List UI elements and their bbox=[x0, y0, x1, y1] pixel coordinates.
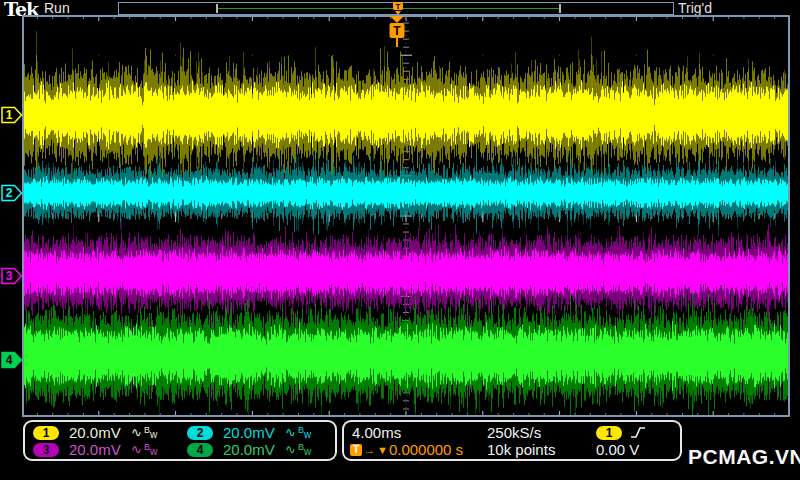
trigger-level-readout: 0.00 V bbox=[596, 441, 639, 458]
channel-3-scale: 20.0mV bbox=[69, 441, 131, 458]
channel-4-scale: 20.0mV bbox=[223, 441, 285, 458]
trigger-source-badge[interactable]: 1 bbox=[596, 426, 622, 440]
trigger-position-flag[interactable]: T bbox=[386, 16, 408, 48]
trigger-status: Trig'd bbox=[678, 0, 712, 16]
channel-3-badge[interactable]: 3 bbox=[33, 443, 59, 457]
channel-2-scale: 20.0mV bbox=[223, 424, 285, 441]
channel-4-badge[interactable]: 4 bbox=[187, 443, 213, 457]
trigger-t-icon: T bbox=[350, 444, 362, 456]
record-length-readout: 10k points bbox=[487, 441, 555, 458]
channel-1-scale: 20.0mV bbox=[69, 424, 131, 441]
ac-coupling-icon: ∿ bbox=[131, 442, 142, 457]
channel-2-badge[interactable]: 2 bbox=[187, 426, 213, 440]
horizontal-trigger-readout-box: 4.00ms 250kS/s 1 T→▼0.000000 s 10k point… bbox=[342, 420, 682, 461]
channel-1-position-marker[interactable]: 1 bbox=[1, 106, 23, 124]
sample-rate-readout: 250kS/s bbox=[487, 424, 541, 441]
record-view-bar[interactable]: T bbox=[118, 2, 674, 15]
svg-text:2: 2 bbox=[6, 186, 13, 200]
svg-text:1: 1 bbox=[6, 108, 13, 122]
arrow-right-icon: → bbox=[364, 444, 375, 456]
channel-readout-box: 1 20.0mV ∿Bw 2 20.0mV ∿Bw 3 20.0mV ∿Bw bbox=[23, 420, 337, 461]
record-window-line bbox=[217, 8, 559, 9]
channel-2-position-marker[interactable]: 2 bbox=[1, 184, 23, 202]
trigger-marker-icon: ▼ bbox=[377, 444, 388, 456]
watermark: PCMAG.VN bbox=[688, 445, 800, 469]
oscilloscope-screen: Tek Run T Trig'd 1 2 3 4 T bbox=[0, 0, 800, 480]
record-window-left-bracket[interactable] bbox=[216, 4, 218, 13]
acquisition-status: Run bbox=[44, 0, 70, 16]
trigger-slope-rising-icon bbox=[630, 425, 646, 440]
channel-1-badge[interactable]: 1 bbox=[33, 426, 59, 440]
ac-coupling-icon: ∿ bbox=[131, 425, 142, 440]
timebase-readout: 4.00ms bbox=[352, 424, 401, 441]
svg-text:3: 3 bbox=[6, 269, 13, 283]
waveform-display bbox=[22, 15, 790, 417]
ac-coupling-icon: ∿ bbox=[285, 442, 296, 457]
svg-text:T: T bbox=[393, 24, 401, 38]
record-window-right-bracket[interactable] bbox=[559, 4, 561, 13]
trigger-position-readout: T→▼0.000000 s bbox=[350, 441, 463, 458]
svg-text:T: T bbox=[396, 2, 401, 11]
channel-4-position-marker[interactable]: 4 bbox=[1, 351, 23, 369]
ac-coupling-icon: ∿ bbox=[285, 425, 296, 440]
channel-3-position-marker[interactable]: 3 bbox=[1, 267, 23, 285]
record-trigger-position-icon[interactable]: T bbox=[391, 2, 405, 15]
svg-text:4: 4 bbox=[6, 353, 13, 367]
